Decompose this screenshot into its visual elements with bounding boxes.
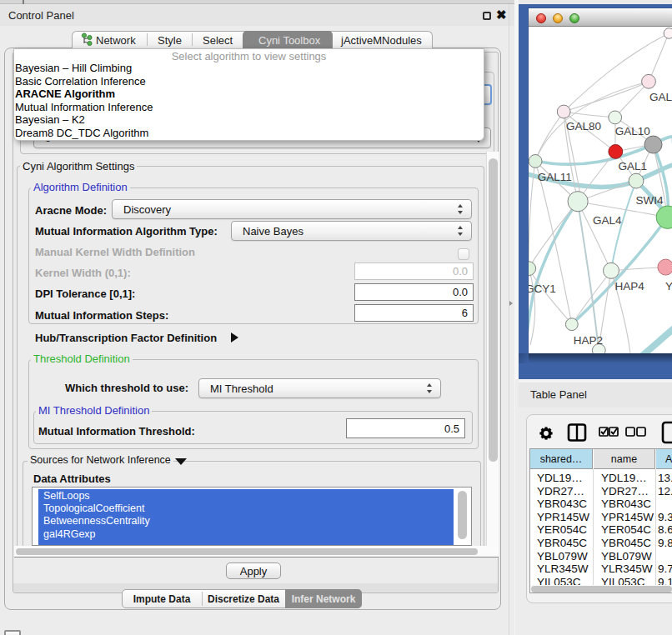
- svg-text:GCY1: GCY1: [529, 282, 556, 295]
- svg-text:GAL11: GAL11: [538, 171, 572, 183]
- svg-text:GAL1: GAL1: [618, 160, 647, 172]
- svg-text:GAL80: GAL80: [566, 120, 601, 132]
- svg-text:HAP4: HAP4: [615, 280, 645, 292]
- svg-text:GAL10: GAL10: [615, 125, 650, 138]
- svg-text:GAL4: GAL4: [593, 214, 622, 227]
- svg-text:GAL: GAL: [649, 91, 672, 103]
- svg-text:HAP2: HAP2: [574, 334, 603, 347]
- svg-text:Y: Y: [665, 280, 672, 292]
- svg-text:SWI4: SWI4: [635, 194, 663, 207]
